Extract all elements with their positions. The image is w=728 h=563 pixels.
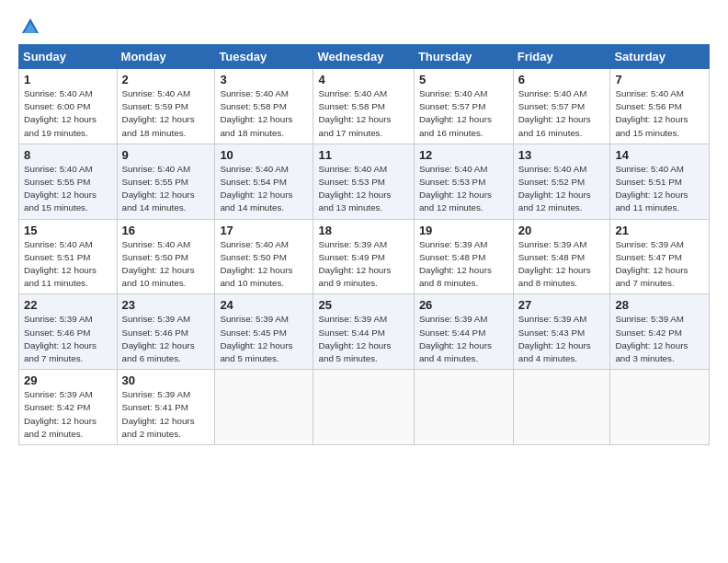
calendar-cell: 28Sunrise: 5:39 AM Sunset: 5:42 PM Dayli… — [610, 294, 710, 370]
logo-icon — [20, 17, 40, 37]
day-number: 30 — [122, 373, 211, 387]
calendar-cell: 29Sunrise: 5:39 AM Sunset: 5:42 PM Dayli… — [19, 370, 118, 445]
day-info: Sunrise: 5:39 AM Sunset: 5:48 PM Dayligh… — [419, 238, 509, 291]
calendar-cell: 15Sunrise: 5:40 AM Sunset: 5:51 PM Dayli… — [19, 219, 118, 294]
day-info: Sunrise: 5:39 AM Sunset: 5:44 PM Dayligh… — [419, 313, 509, 365]
day-number: 15 — [24, 224, 113, 237]
day-number: 13 — [518, 148, 607, 162]
day-info: Sunrise: 5:40 AM Sunset: 5:57 PM Dayligh… — [518, 87, 607, 140]
day-info: Sunrise: 5:40 AM Sunset: 5:50 PM Dayligh… — [122, 238, 211, 291]
day-number: 19 — [419, 224, 509, 237]
day-info: Sunrise: 5:39 AM Sunset: 5:49 PM Dayligh… — [318, 238, 409, 291]
calendar-cell — [414, 370, 513, 445]
weekday-header-wednesday: Wednesday — [313, 45, 414, 69]
calendar-cell: 24Sunrise: 5:39 AM Sunset: 5:45 PM Dayli… — [215, 294, 313, 370]
day-info: Sunrise: 5:40 AM Sunset: 5:57 PM Dayligh… — [419, 87, 509, 140]
day-info: Sunrise: 5:40 AM Sunset: 5:54 PM Dayligh… — [220, 163, 309, 215]
calendar-cell: 10Sunrise: 5:40 AM Sunset: 5:54 PM Dayli… — [215, 144, 313, 219]
day-number: 26 — [419, 298, 509, 312]
day-number: 23 — [122, 298, 211, 312]
day-info: Sunrise: 5:40 AM Sunset: 5:56 PM Dayligh… — [615, 87, 705, 140]
calendar-cell: 8Sunrise: 5:40 AM Sunset: 5:55 PM Daylig… — [19, 144, 118, 219]
day-number: 4 — [318, 73, 409, 86]
day-info: Sunrise: 5:40 AM Sunset: 5:53 PM Dayligh… — [419, 163, 509, 215]
day-info: Sunrise: 5:40 AM Sunset: 5:51 PM Dayligh… — [615, 163, 705, 215]
weekday-header-tuesday: Tuesday — [215, 45, 313, 69]
day-number: 20 — [518, 224, 607, 237]
day-number: 16 — [122, 224, 211, 237]
weekday-header-monday: Monday — [117, 45, 215, 69]
day-info: Sunrise: 5:39 AM Sunset: 5:43 PM Dayligh… — [518, 313, 607, 365]
calendar-cell: 1Sunrise: 5:40 AM Sunset: 6:00 PM Daylig… — [19, 69, 118, 144]
day-info: Sunrise: 5:39 AM Sunset: 5:46 PM Dayligh… — [24, 313, 113, 365]
weekday-header-thursday: Thursday — [414, 45, 513, 69]
day-info: Sunrise: 5:40 AM Sunset: 6:00 PM Dayligh… — [24, 87, 113, 140]
day-info: Sunrise: 5:40 AM Sunset: 5:52 PM Dayligh… — [518, 163, 607, 215]
calendar-cell: 20Sunrise: 5:39 AM Sunset: 5:48 PM Dayli… — [513, 219, 610, 294]
calendar-cell: 5Sunrise: 5:40 AM Sunset: 5:57 PM Daylig… — [414, 69, 513, 144]
day-number: 27 — [518, 298, 607, 312]
day-number: 7 — [615, 73, 705, 86]
calendar-cell: 6Sunrise: 5:40 AM Sunset: 5:57 PM Daylig… — [513, 69, 610, 144]
day-info: Sunrise: 5:40 AM Sunset: 5:50 PM Dayligh… — [220, 238, 309, 291]
day-info: Sunrise: 5:40 AM Sunset: 5:58 PM Dayligh… — [318, 87, 409, 140]
day-info: Sunrise: 5:40 AM Sunset: 5:58 PM Dayligh… — [220, 87, 309, 140]
calendar-cell: 2Sunrise: 5:40 AM Sunset: 5:59 PM Daylig… — [117, 69, 215, 144]
calendar-cell: 21Sunrise: 5:39 AM Sunset: 5:47 PM Dayli… — [610, 219, 710, 294]
calendar-cell: 27Sunrise: 5:39 AM Sunset: 5:43 PM Dayli… — [513, 294, 610, 370]
day-info: Sunrise: 5:39 AM Sunset: 5:46 PM Dayligh… — [122, 313, 211, 365]
day-info: Sunrise: 5:40 AM Sunset: 5:55 PM Dayligh… — [122, 163, 211, 215]
week-row-1: 1Sunrise: 5:40 AM Sunset: 6:00 PM Daylig… — [19, 69, 710, 144]
week-row-5: 29Sunrise: 5:39 AM Sunset: 5:42 PM Dayli… — [19, 370, 710, 445]
day-info: Sunrise: 5:39 AM Sunset: 5:44 PM Dayligh… — [318, 313, 409, 365]
calendar-cell: 26Sunrise: 5:39 AM Sunset: 5:44 PM Dayli… — [414, 294, 513, 370]
weekday-header-row: SundayMondayTuesdayWednesdayThursdayFrid… — [19, 45, 710, 69]
calendar-cell: 19Sunrise: 5:39 AM Sunset: 5:48 PM Dayli… — [414, 219, 513, 294]
calendar-cell: 9Sunrise: 5:40 AM Sunset: 5:55 PM Daylig… — [117, 144, 215, 219]
calendar-cell: 14Sunrise: 5:40 AM Sunset: 5:51 PM Dayli… — [610, 144, 710, 219]
header — [18, 17, 710, 37]
day-info: Sunrise: 5:39 AM Sunset: 5:45 PM Dayligh… — [220, 313, 309, 365]
calendar-cell — [513, 370, 610, 445]
day-info: Sunrise: 5:40 AM Sunset: 5:53 PM Dayligh… — [318, 163, 409, 215]
day-info: Sunrise: 5:39 AM Sunset: 5:47 PM Dayligh… — [615, 238, 705, 291]
day-number: 1 — [24, 73, 113, 86]
day-info: Sunrise: 5:40 AM Sunset: 5:55 PM Dayligh… — [24, 163, 113, 215]
calendar-cell — [313, 370, 414, 445]
calendar-cell: 11Sunrise: 5:40 AM Sunset: 5:53 PM Dayli… — [313, 144, 414, 219]
calendar-cell: 18Sunrise: 5:39 AM Sunset: 5:49 PM Dayli… — [313, 219, 414, 294]
day-number: 17 — [220, 224, 309, 237]
calendar-table: SundayMondayTuesdayWednesdayThursdayFrid… — [18, 44, 710, 445]
weekday-header-saturday: Saturday — [610, 45, 710, 69]
calendar-cell: 13Sunrise: 5:40 AM Sunset: 5:52 PM Dayli… — [513, 144, 610, 219]
day-info: Sunrise: 5:40 AM Sunset: 5:59 PM Dayligh… — [122, 87, 211, 140]
day-number: 10 — [220, 148, 309, 162]
calendar-cell — [215, 370, 313, 445]
page: SundayMondayTuesdayWednesdayThursdayFrid… — [0, 0, 728, 563]
day-number: 21 — [615, 224, 705, 237]
day-number: 3 — [220, 73, 309, 86]
weekday-header-friday: Friday — [513, 45, 610, 69]
day-info: Sunrise: 5:40 AM Sunset: 5:51 PM Dayligh… — [24, 238, 113, 291]
day-number: 22 — [24, 298, 113, 312]
calendar-cell: 25Sunrise: 5:39 AM Sunset: 5:44 PM Dayli… — [313, 294, 414, 370]
day-info: Sunrise: 5:39 AM Sunset: 5:41 PM Dayligh… — [122, 388, 211, 441]
day-info: Sunrise: 5:39 AM Sunset: 5:48 PM Dayligh… — [518, 238, 607, 291]
day-number: 6 — [518, 73, 607, 86]
day-number: 24 — [220, 298, 309, 312]
weekday-header-sunday: Sunday — [19, 45, 118, 69]
calendar-cell: 4Sunrise: 5:40 AM Sunset: 5:58 PM Daylig… — [313, 69, 414, 144]
day-number: 2 — [122, 73, 211, 86]
day-number: 29 — [24, 373, 113, 387]
calendar-cell: 7Sunrise: 5:40 AM Sunset: 5:56 PM Daylig… — [610, 69, 710, 144]
calendar-cell: 12Sunrise: 5:40 AM Sunset: 5:53 PM Dayli… — [414, 144, 513, 219]
week-row-2: 8Sunrise: 5:40 AM Sunset: 5:55 PM Daylig… — [19, 144, 710, 219]
day-number: 11 — [318, 148, 409, 162]
day-info: Sunrise: 5:39 AM Sunset: 5:42 PM Dayligh… — [615, 313, 705, 365]
calendar-cell: 23Sunrise: 5:39 AM Sunset: 5:46 PM Dayli… — [117, 294, 215, 370]
week-row-3: 15Sunrise: 5:40 AM Sunset: 5:51 PM Dayli… — [19, 219, 710, 294]
day-info: Sunrise: 5:39 AM Sunset: 5:42 PM Dayligh… — [24, 388, 113, 441]
day-number: 14 — [615, 148, 705, 162]
day-number: 9 — [122, 148, 211, 162]
logo — [18, 17, 40, 37]
